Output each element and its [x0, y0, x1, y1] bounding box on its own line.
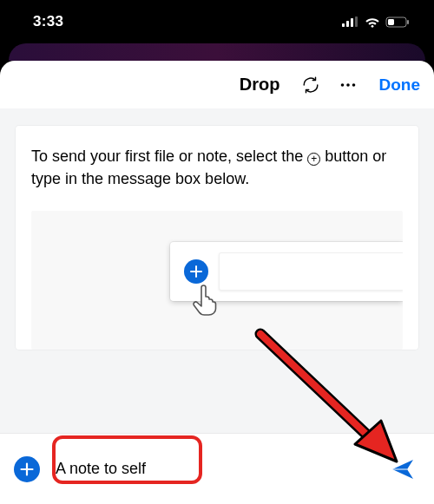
battery-icon: [385, 16, 410, 28]
svg-rect-1: [346, 21, 349, 27]
sheet-body: To send your first file or note, select …: [0, 108, 434, 433]
send-button[interactable]: [385, 456, 420, 482]
svg-rect-6: [388, 19, 394, 25]
svg-point-4: [372, 24, 374, 27]
wifi-icon: [365, 16, 380, 28]
page-title: Drop: [240, 75, 280, 95]
send-icon: [390, 456, 416, 482]
instruction-text: To send your first file or note, select …: [31, 145, 403, 190]
svg-rect-0: [342, 23, 345, 27]
svg-point-9: [346, 83, 350, 87]
sync-icon: [301, 75, 320, 95]
done-button[interactable]: Done: [379, 75, 421, 95]
message-input-placeholder: A note to self: [56, 460, 146, 478]
svg-point-10: [352, 83, 355, 87]
sync-button[interactable]: [301, 75, 320, 95]
svg-point-8: [340, 83, 344, 87]
status-icons: [342, 16, 410, 28]
status-time: 3:33: [33, 13, 63, 30]
svg-rect-7: [407, 20, 409, 24]
plus-icon: [190, 265, 202, 278]
onboarding-illustration: [31, 211, 403, 350]
instruction-text-part1: To send your first file or note, select …: [31, 147, 307, 165]
cursor-hand-icon: [189, 282, 220, 317]
underlying-app-peek: [9, 43, 425, 61]
compose-bar: A note to self: [0, 433, 434, 504]
illustration-plus-button: [184, 259, 208, 284]
sheet-header: Drop Done: [0, 61, 434, 108]
plus-icon: [20, 462, 34, 476]
modal-sheet: Drop Done To send your first file or not…: [0, 61, 434, 504]
plus-circle-inline-icon: +: [307, 153, 320, 166]
add-attachment-button[interactable]: [14, 456, 40, 482]
svg-rect-3: [355, 16, 358, 27]
status-bar: 3:33: [0, 0, 434, 43]
more-icon: [338, 75, 358, 95]
illustration-input: [219, 252, 403, 291]
cellular-icon: [342, 16, 359, 27]
more-button[interactable]: [338, 75, 358, 95]
message-input[interactable]: A note to self: [47, 448, 378, 490]
onboarding-card: To send your first file or note, select …: [16, 126, 418, 350]
svg-rect-2: [351, 18, 353, 27]
